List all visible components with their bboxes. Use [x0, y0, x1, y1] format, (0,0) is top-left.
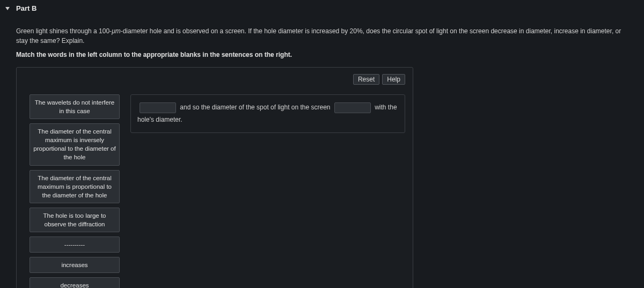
panel-body: The wavelets do not interfere in this ca…: [24, 94, 405, 288]
sentence-seg1: and so the diameter of the spot of light…: [178, 104, 332, 111]
instruction-text: Match the words in the left column to th…: [0, 49, 644, 64]
question-text: Green light shines through a 100-μm-diam…: [0, 17, 644, 49]
draggable-item[interactable]: decreases: [30, 277, 120, 288]
draggable-item[interactable]: increases: [30, 257, 120, 273]
reset-button[interactable]: Reset: [353, 74, 379, 85]
help-button[interactable]: Help: [382, 74, 405, 85]
sentence-drop-area: and so the diameter of the spot of light…: [130, 94, 405, 133]
draggable-item[interactable]: The hole is too large to observe the dif…: [30, 208, 120, 232]
blank-1[interactable]: [140, 102, 176, 113]
part-title: Part B: [16, 4, 36, 12]
draggable-item[interactable]: ----------: [30, 237, 120, 253]
draggable-item[interactable]: The wavelets do not interfere in this ca…: [30, 94, 120, 119]
blank-2[interactable]: [334, 102, 371, 113]
question-pre: Green light shines through a 100-: [16, 27, 112, 35]
chevron-down-icon[interactable]: [5, 7, 10, 10]
draggable-column: The wavelets do not interfere in this ca…: [30, 94, 120, 288]
part-header: Part B: [0, 0, 644, 17]
matching-panel: Reset Help The wavelets do not interfere…: [16, 67, 413, 288]
draggable-item[interactable]: The diameter of the central maximum is i…: [30, 123, 120, 165]
draggable-item[interactable]: The diameter of the central maximum is p…: [30, 170, 120, 203]
question-unit: μm: [112, 27, 121, 35]
panel-toolbar: Reset Help: [24, 74, 405, 85]
